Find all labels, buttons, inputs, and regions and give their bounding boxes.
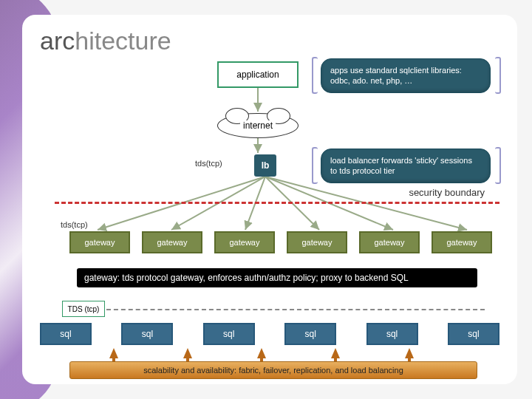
note-apps-libraries: apps use standard sqlclient libraries: o… [321, 58, 491, 93]
sql-node: sql [203, 323, 255, 345]
tds-protocol-box: TDS (tcp) [62, 301, 105, 317]
sql-label: sql [223, 329, 234, 339]
gateway-label: gateway [230, 238, 260, 247]
gateway-label: gateway [375, 238, 405, 247]
gateway-label: gateway [85, 238, 115, 247]
sql-label: sql [386, 329, 398, 339]
sql-node: sql [121, 323, 173, 345]
sql-node: sql [284, 323, 336, 345]
gateway-node: gateway [69, 231, 130, 253]
note-lb-text: load balancer forwards 'sticky' sessions… [330, 156, 472, 175]
load-balancer-node: lb [254, 154, 276, 177]
note-apps-text: apps use standard sqlclient libraries: o… [330, 66, 462, 85]
sql-node: sql [366, 323, 418, 345]
gateway-row: gateway gateway gateway gateway gateway … [69, 231, 492, 253]
tds-label-1: tds(tcp) [195, 159, 222, 168]
page-title: architecture [40, 27, 499, 55]
application-node: application [217, 61, 299, 88]
gateway-node: gateway [432, 231, 492, 253]
sql-node: sql [448, 323, 499, 345]
security-boundary-label: security boundary [409, 187, 485, 198]
internet-cloud: internet [217, 113, 299, 138]
tds-label-2: tds(tcp) [61, 220, 88, 229]
tds-box-label: TDS (tcp) [68, 305, 100, 313]
gateway-desc-text: gateway: tds protocol gateway, enforces … [84, 273, 409, 283]
internet-label: internet [240, 120, 276, 131]
lb-label: lb [262, 160, 270, 171]
security-boundary-line [55, 202, 499, 204]
gateway-node: gateway [142, 231, 202, 253]
scalability-bar: scalability and availability: fabric, fa… [69, 361, 477, 379]
gateway-node: gateway [214, 231, 275, 253]
gateway-label: gateway [302, 238, 332, 247]
sql-label: sql [468, 329, 479, 339]
sql-label: sql [142, 329, 153, 339]
title-accent: arc [40, 27, 75, 55]
bracket-icon [495, 147, 501, 184]
tds-dashed-line [106, 309, 485, 310]
sql-label: sql [305, 329, 316, 339]
bracket-icon [312, 147, 318, 184]
sql-row: sql sql sql sql sql sql [40, 323, 499, 345]
slide-content: architecture application apps use standa… [22, 15, 517, 384]
gateway-label: gateway [447, 238, 477, 247]
sql-label: sql [60, 329, 71, 339]
note-load-balancer: load balancer forwards 'sticky' sessions… [321, 149, 491, 183]
architecture-diagram: application apps use standard sqlclient … [40, 61, 499, 379]
title-rest: hitecture [75, 27, 171, 55]
gateway-node: gateway [287, 231, 347, 253]
scalability-text: scalability and availability: fabric, fa… [143, 366, 403, 375]
sql-node: sql [40, 323, 92, 345]
gateway-label: gateway [157, 238, 188, 247]
bracket-icon [312, 57, 318, 94]
application-label: application [236, 69, 279, 80]
gateway-description: gateway: tds protocol gateway, enforces … [77, 268, 477, 287]
gateway-node: gateway [359, 231, 420, 253]
bracket-icon [495, 57, 501, 94]
